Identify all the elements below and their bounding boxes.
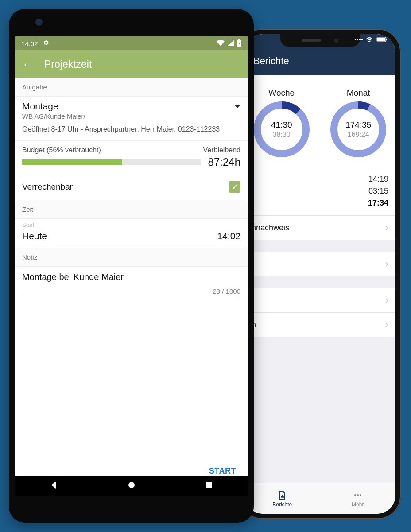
time-row-3: 17:34 [244,197,388,209]
iphone-screen: Berichte Woche 41:30 38:30 [244,34,395,514]
donut-month[interactable]: Monat 174:35 169:24 [330,88,387,158]
svg-point-10 [128,482,135,488]
time-summary: 14:19 03:15 17:34 [244,169,395,215]
android-statusbar: 14:02 [15,36,248,50]
start-tiny-label: Start [22,221,240,228]
donut-week-label: Woche [253,88,310,98]
android-appbar: ← Projektzeit [15,50,248,78]
task-name: Montage [22,101,85,112]
android-screen: 14:02 ← Projektzeit Aufgabe [15,36,248,496]
donut-row: Woche 41:30 38:30 Monat [244,75,395,169]
donut-week-big: 41:30 [271,120,292,130]
appbar-title: Projektzeit [44,58,92,70]
billable-label: Verrechenbar [22,182,73,192]
tab-reports[interactable]: Berichte [244,483,320,514]
nav-recent-icon[interactable] [205,481,213,491]
note-counter: 23 / 1000 [15,285,248,297]
iphone-notch [280,34,360,47]
svg-point-8 [357,494,359,496]
donut-month-label: Monat [330,88,387,98]
ios-row-4[interactable]: n › [244,313,395,337]
svg-rect-11 [206,482,212,488]
svg-rect-2 [386,39,387,41]
note-underline [22,297,240,297]
billable-checkbox[interactable]: ✓ [229,181,240,193]
nav-home-icon[interactable] [127,481,136,491]
ios-row-2[interactable]: › [244,252,395,276]
android-camera [35,19,43,26]
task-selector[interactable]: Montage WB AG/Kunde Maier/ Geöffnet 8-17… [15,97,248,141]
donut-month-small: 169:24 [345,131,371,139]
tab-more[interactable]: Mehr [320,483,396,514]
ios-row-nachweis[interactable]: nnachweis › [244,215,395,240]
budget-fill [22,159,122,165]
note-text: Montage bei Kunde Maier [22,272,240,282]
nav-back-icon[interactable] [50,481,58,491]
gear-icon [43,39,49,47]
donut-week-small: 38:30 [271,131,292,139]
ios-navbar-title: Berichte [253,55,289,66]
start-time: 14:02 [217,231,240,241]
signal-icon [227,40,234,47]
budget-label: Budget (56% verbraucht) [22,146,101,154]
android-device-frame: 14:02 ← Projektzeit Aufgabe [9,9,254,523]
start-button[interactable]: START [209,466,236,476]
task-path: WB AG/Kunde Maier/ [22,113,85,120]
chevron-right-icon: › [385,295,388,306]
donut-month-big: 174:35 [345,120,371,130]
ios-row-3[interactable]: › [244,288,395,313]
budget-progressbar [22,159,201,165]
chevron-right-icon: › [385,319,388,330]
section-note-label: Notiz [15,248,248,267]
tab-more-label: Mehr [352,501,364,508]
battery-icon [237,39,241,48]
start-day: Heute [22,231,47,241]
start-block[interactable]: Start Heute 14:02 [15,219,248,248]
chevron-right-icon: › [385,222,388,233]
billable-row[interactable]: Verrechenbar ✓ [15,174,248,200]
status-time: 14:02 [21,40,38,47]
back-arrow-icon[interactable]: ← [22,58,34,71]
donut-week[interactable]: Woche 41:30 38:30 [253,88,310,158]
svg-rect-1 [377,38,385,42]
section-time-label: Zeit [15,200,248,219]
remaining-value: 87:24h [208,156,240,168]
time-row-2: 03:15 [244,185,388,197]
chevron-right-icon: › [385,258,388,270]
iphone-device-frame: Berichte Woche 41:30 38:30 [239,29,401,519]
budget-block: Budget (56% verbraucht) Verbleibend 87:2… [15,141,248,174]
ios-tabbar: Berichte Mehr [244,483,395,514]
section-task-label: Aufgabe [15,78,248,97]
time-row-1: 14:19 [244,173,388,185]
ios-content: Woche 41:30 38:30 Monat [244,75,395,479]
ios-status-icons [355,37,388,42]
caret-down-icon [234,105,240,108]
svg-point-9 [360,494,361,496]
task-description: Geöffnet 8-17 Uhr - Ansprechpartner: Her… [22,124,240,134]
svg-point-7 [354,494,356,496]
android-navbar [15,476,248,496]
note-field[interactable]: Montage bei Kunde Maier [15,267,248,285]
tab-reports-label: Berichte [272,501,292,508]
ios-row-label: nnachweis [252,223,289,233]
remaining-label: Verbleibend [203,146,240,154]
wifi-icon [217,40,225,47]
